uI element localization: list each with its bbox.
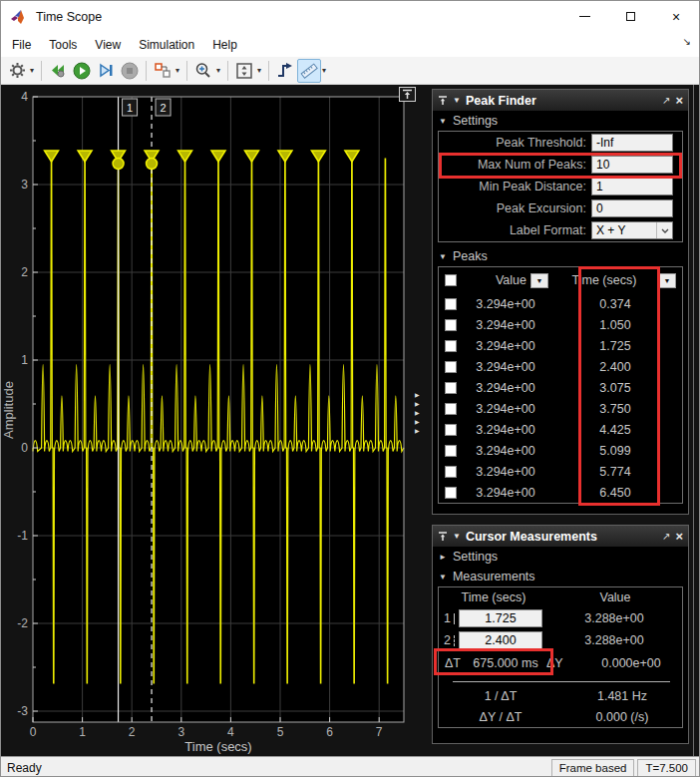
cursor-settings-section[interactable]: ► Settings [433,547,688,567]
play-icon [73,62,91,80]
time-column-dropdown[interactable]: ▼ [658,273,676,288]
cursor-measurements-header[interactable]: ▼ Cursor Measurements ↗ × [433,526,688,547]
peak-row-checkbox[interactable] [445,340,457,352]
peak-row-checkbox[interactable] [445,361,457,373]
peak-excursion-input[interactable]: 0 [591,199,673,217]
frame-mode-cell: Frame based [551,759,635,777]
peak-row-checkbox[interactable] [445,319,457,331]
section-expanded-icon: ▼ [439,252,447,261]
peak-row-checkbox[interactable] [445,487,457,499]
peaks-table-body: 3.294e+000.3743.294e+001.0503.294e+001.7… [439,293,682,503]
menubar-overflow-icon[interactable]: ↘ [683,36,691,47]
close-panel-icon[interactable]: × [675,94,683,107]
title-bar: Time Scope × [1,1,699,32]
measurements-box: Time (secs) Value 1 3.288e+00 2 3.288e+0… [438,586,683,728]
peaks-table-header: Value ▼ Time (secs) ▼ [439,267,682,293]
maximize-button[interactable] [607,1,653,32]
dock-panel-button[interactable] [399,87,416,102]
menu-simulation[interactable]: Simulation [130,35,203,55]
minimize-button[interactable] [561,1,607,32]
splitter-arrow-icon: ▶ [415,401,427,407]
label-format-label: Label Format: [439,223,591,237]
select-all-checkbox[interactable] [445,274,457,286]
cursor-2-time-input[interactable] [459,631,542,649]
cursor-2-value: 3.288e+00 [546,633,682,647]
peak-row-checkbox[interactable] [445,382,457,394]
snapshot-dropdown-caret[interactable]: ▾ [175,66,182,75]
pin-panel-icon[interactable] [438,532,448,542]
peak-row-checkbox[interactable] [445,466,457,478]
trigger-icon [276,62,294,79]
menu-help[interactable]: Help [203,35,246,55]
peak-value-cell: 3.294e+00 [463,297,548,311]
min-peak-distance-input[interactable]: 1 [591,178,673,195]
cursor-measurements-button[interactable] [297,59,321,83]
cursor-1-time-input[interactable] [459,609,542,627]
peak-row-checkbox[interactable] [445,298,457,310]
peaks-section-label: Peaks [453,249,488,263]
peaks-table-row: 3.294e+003.750 [439,398,682,419]
svg-text:-3: -3 [17,704,28,718]
undock-panel-icon[interactable]: ↗ [662,532,670,542]
value-column-dropdown[interactable]: ▼ [530,273,548,288]
delta-row: ΔT 675.000 ms ΔY 0.000e+00 [439,651,682,674]
splitter-arrow-icon: ▶ [415,419,427,425]
collapse-panel-icon[interactable]: ▼ [453,96,461,105]
peak-finder-settings-section[interactable]: ▼ Settings [433,111,688,131]
window-title: Time Scope [36,10,102,24]
step-forward-button[interactable] [94,59,118,83]
scope-plot[interactable]: 1201234567-3-2-101234Time (secs)Amplitud… [1,85,432,756]
close-button[interactable]: × [653,1,699,32]
scope-area: 1201234567-3-2-101234Time (secs)Amplitud… [1,85,700,756]
peak-row-checkbox[interactable] [445,403,457,415]
stop-button[interactable] [118,59,142,83]
peak-time-cell: 0.374 [548,297,682,311]
measurements-section[interactable]: ▼ Measurements [433,567,688,586]
peak-value-cell: 3.294e+00 [463,318,548,332]
label-format-select[interactable]: X + Y [591,221,673,239]
settings-dropdown-caret[interactable]: ▾ [29,66,37,75]
peak-row-checkbox[interactable] [445,445,457,457]
zoom-in-icon [194,62,212,80]
status-bar: Ready Frame based T=7.500 [1,756,699,777]
peak-row-checkbox[interactable] [445,424,457,436]
zoom-dropdown-caret[interactable]: ▾ [215,66,223,75]
status-text: Ready [1,761,551,775]
menu-tools[interactable]: Tools [40,35,86,55]
x-axis-label: Time (secs) [184,739,251,754]
measurements-dropdown-caret[interactable]: ▾ [321,66,329,75]
peak-excursion-row: Peak Excursion: 0 [439,197,682,219]
rewind-button[interactable] [46,59,70,83]
fit-dropdown-caret[interactable]: ▾ [256,66,264,75]
cursor-1-row: 1 3.288e+00 [439,607,682,629]
simulink-snapshot-button[interactable] [151,59,175,83]
collapse-panel-icon[interactable]: ▼ [453,532,461,541]
peak-threshold-label: Peak Threshold: [439,136,591,150]
pin-panel-icon[interactable] [438,96,448,106]
peaks-section[interactable]: ▼ Peaks [433,246,688,266]
peak-threshold-row: Peak Threshold: -Inf [439,132,682,154]
cursor-settings-label: Settings [453,550,498,564]
dy-dt-value: 0.000 (/s) [562,710,682,724]
peaks-table-row: 3.294e+004.425 [439,419,682,440]
close-icon: × [672,10,680,24]
panel-splitter-handle[interactable]: ▶ ▶ ▶ ▶ ▶ [415,392,427,434]
menu-view[interactable]: View [86,35,130,55]
menu-file[interactable]: File [3,35,40,55]
cursor-2-id: 2 [439,633,459,647]
peak-finder-title: Peak Finder [466,94,657,108]
max-num-peaks-input[interactable]: 10 [591,156,673,174]
run-button[interactable] [70,59,94,83]
trigger-button[interactable] [273,59,297,83]
undock-panel-icon[interactable]: ↗ [662,96,670,106]
peak-threshold-input[interactable]: -Inf [591,134,673,152]
fit-to-view-button[interactable] [232,59,256,83]
peak-finder-header[interactable]: ▼ Peak Finder ↗ × [433,90,688,111]
svg-text:0: 0 [30,725,37,739]
peaks-table-row: 3.294e+001.050 [439,314,682,335]
zoom-in-button[interactable] [191,59,215,83]
inverse-dt-label: 1 / ΔT [439,689,562,703]
close-panel-icon[interactable]: × [675,530,683,543]
delta-y-value: 0.000e+00 [580,656,682,670]
scope-settings-button[interactable] [5,59,29,83]
